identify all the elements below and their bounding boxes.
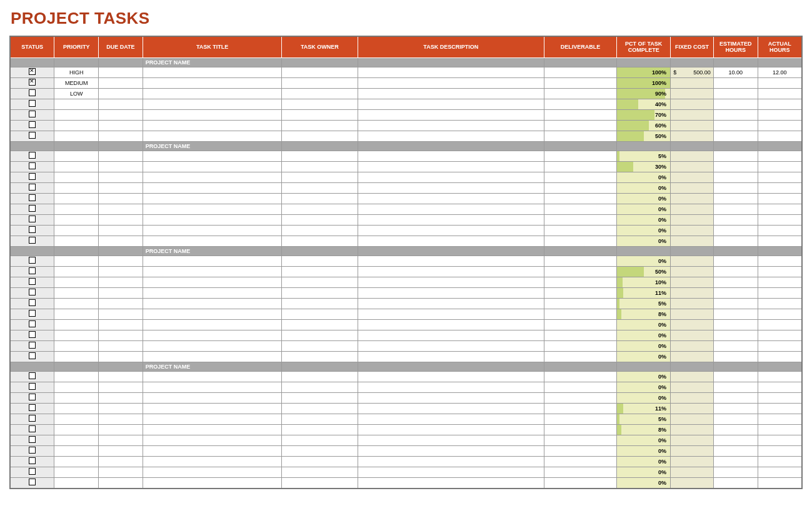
due-date-cell[interactable] <box>99 456 143 467</box>
pct-complete-cell[interactable]: 0% <box>617 214 671 225</box>
fixed-cost-cell[interactable] <box>671 225 714 236</box>
act-hours-cell[interactable] <box>758 445 802 456</box>
act-hours-cell[interactable] <box>758 382 802 392</box>
pct-complete-cell[interactable]: 0% <box>617 467 671 477</box>
task-title-cell[interactable] <box>143 467 281 477</box>
priority-cell[interactable] <box>54 330 99 340</box>
est-hours-cell[interactable] <box>713 467 758 477</box>
pct-complete-cell[interactable]: 0% <box>617 351 671 362</box>
fixed-cost-cell[interactable] <box>671 77 714 88</box>
deliverable-cell[interactable] <box>544 88 616 99</box>
deliverable-cell[interactable] <box>544 330 616 340</box>
due-date-cell[interactable] <box>99 161 143 172</box>
due-date-cell[interactable] <box>99 67 143 77</box>
status-checkbox[interactable] <box>29 267 36 274</box>
status-checkbox[interactable] <box>29 100 36 107</box>
pct-complete-cell[interactable]: 0% <box>617 204 671 214</box>
priority-cell[interactable] <box>54 204 99 214</box>
task-owner-cell[interactable] <box>282 172 358 182</box>
fixed-cost-cell[interactable] <box>671 120 714 131</box>
est-hours-cell[interactable] <box>713 319 758 330</box>
est-hours-cell[interactable] <box>713 424 758 435</box>
fixed-cost-cell[interactable] <box>671 236 714 246</box>
act-hours-cell[interactable] <box>758 309 802 319</box>
due-date-cell[interactable] <box>99 77 143 88</box>
act-hours-cell[interactable] <box>758 88 802 99</box>
fixed-cost-cell[interactable] <box>671 256 714 266</box>
task-title-cell[interactable] <box>143 392 281 403</box>
fixed-cost-cell[interactable] <box>671 330 714 340</box>
act-hours-cell[interactable] <box>758 131 802 141</box>
task-owner-cell[interactable] <box>282 298 358 309</box>
pct-complete-cell[interactable]: 0% <box>617 371 671 382</box>
deliverable-cell[interactable] <box>544 477 616 489</box>
task-owner-cell[interactable] <box>282 340 358 351</box>
status-checkbox[interactable] <box>29 173 36 180</box>
est-hours-cell[interactable] <box>713 414 758 424</box>
task-title-cell[interactable] <box>143 131 281 141</box>
due-date-cell[interactable] <box>99 277 143 287</box>
task-owner-cell[interactable] <box>282 424 358 435</box>
priority-cell[interactable] <box>54 477 99 489</box>
act-hours-cell[interactable] <box>758 120 802 131</box>
deliverable-cell[interactable] <box>544 424 616 435</box>
due-date-cell[interactable] <box>99 424 143 435</box>
task-title-cell[interactable] <box>143 309 281 319</box>
status-checkbox[interactable] <box>29 436 36 443</box>
task-title-cell[interactable] <box>143 161 281 172</box>
act-hours-cell[interactable] <box>758 256 802 266</box>
est-hours-cell[interactable] <box>713 351 758 362</box>
act-hours-cell[interactable] <box>758 77 802 88</box>
priority-cell[interactable] <box>54 151 99 161</box>
due-date-cell[interactable] <box>99 109 143 120</box>
status-checkbox[interactable] <box>29 299 36 306</box>
due-date-cell[interactable] <box>99 382 143 392</box>
status-checkbox[interactable] <box>29 468 36 475</box>
task-title-cell[interactable] <box>143 266 281 277</box>
fixed-cost-cell[interactable] <box>671 172 714 182</box>
act-hours-cell[interactable] <box>758 193 802 204</box>
act-hours-cell[interactable] <box>758 99 802 109</box>
task-title-cell[interactable] <box>143 319 281 330</box>
act-hours-cell[interactable] <box>758 392 802 403</box>
status-checkbox[interactable] <box>29 331 36 338</box>
fixed-cost-cell[interactable] <box>671 266 714 277</box>
priority-cell[interactable] <box>54 309 99 319</box>
fixed-cost-cell[interactable] <box>671 340 714 351</box>
deliverable-cell[interactable] <box>544 319 616 330</box>
status-checkbox[interactable] <box>29 68 36 75</box>
est-hours-cell[interactable] <box>713 309 758 319</box>
est-hours-cell[interactable] <box>713 193 758 204</box>
est-hours-cell[interactable] <box>713 287 758 298</box>
task-desc-cell[interactable] <box>358 109 544 120</box>
task-desc-cell[interactable] <box>358 161 544 172</box>
task-title-cell[interactable] <box>143 214 281 225</box>
priority-cell[interactable] <box>54 256 99 266</box>
task-title-cell[interactable] <box>143 287 281 298</box>
priority-cell[interactable] <box>54 131 99 141</box>
task-title-cell[interactable] <box>143 435 281 445</box>
priority-cell[interactable] <box>54 456 99 467</box>
est-hours-cell[interactable] <box>713 435 758 445</box>
due-date-cell[interactable] <box>99 256 143 266</box>
est-hours-cell[interactable] <box>713 172 758 182</box>
priority-cell[interactable] <box>54 414 99 424</box>
est-hours-cell[interactable] <box>713 403 758 414</box>
pct-complete-cell[interactable]: 5% <box>617 151 671 161</box>
status-checkbox[interactable] <box>29 415 36 422</box>
deliverable-cell[interactable] <box>544 340 616 351</box>
task-desc-cell[interactable] <box>358 225 544 236</box>
task-desc-cell[interactable] <box>358 477 544 489</box>
est-hours-cell[interactable] <box>713 225 758 236</box>
due-date-cell[interactable] <box>99 99 143 109</box>
task-desc-cell[interactable] <box>358 193 544 204</box>
act-hours-cell[interactable] <box>758 467 802 477</box>
task-title-cell[interactable] <box>143 193 281 204</box>
est-hours-cell[interactable] <box>713 236 758 246</box>
est-hours-cell[interactable] <box>713 151 758 161</box>
task-owner-cell[interactable] <box>282 287 358 298</box>
task-desc-cell[interactable] <box>358 340 544 351</box>
deliverable-cell[interactable] <box>544 298 616 309</box>
fixed-cost-cell[interactable] <box>671 382 714 392</box>
due-date-cell[interactable] <box>99 266 143 277</box>
